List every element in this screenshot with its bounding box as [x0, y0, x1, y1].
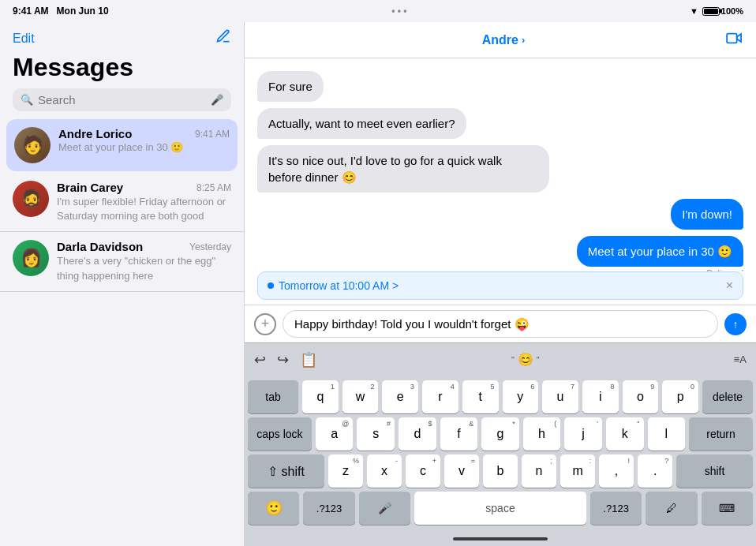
scheduled-label[interactable]: Tomorrow at 10:00 AM > — [268, 279, 399, 292]
conv-name-brain: Brain Carey — [57, 181, 123, 194]
shift-left-key[interactable]: ⇧ shift — [248, 454, 324, 488]
key-a[interactable]: a@ — [316, 417, 354, 451]
search-icon: 🔍 — [21, 94, 33, 106]
wifi-icon: ▼ — [690, 6, 698, 16]
message-meet-place: Meet at your place in 30 🙂 — [577, 236, 743, 267]
paste-icon[interactable]: 📋 — [300, 351, 317, 368]
hide-keyboard-key[interactable]: ⌨ — [702, 492, 753, 525]
shift-right-key[interactable]: shift — [676, 454, 753, 488]
caps-lock-key[interactable]: caps lock — [248, 417, 312, 451]
conv-info-brain: Brain Carey 8:25 AM I'm super flexible! … — [57, 181, 231, 223]
input-area: + ↑ — [245, 305, 756, 342]
plus-icon: + — [261, 316, 270, 332]
date-display: Mon Jun 10 — [57, 6, 109, 17]
undo-icon[interactable]: ↩ — [254, 351, 266, 368]
svg-rect-0 — [727, 34, 737, 43]
conv-time-brain: 8:25 AM — [196, 182, 231, 193]
key-e[interactable]: e3 — [382, 380, 418, 413]
contact-name: Andre — [482, 33, 518, 47]
conv-preview-darla: There's a very "chicken or the egg" thin… — [57, 254, 231, 282]
search-bar[interactable]: 🔍 🎤 — [13, 88, 231, 111]
key-s[interactable]: s# — [357, 417, 395, 451]
message-nice-out: It's so nice out, I'd love to go for a q… — [257, 145, 549, 193]
key-i[interactable]: i8 — [582, 380, 619, 413]
status-time: 9:41 AM Mon Jun 10 — [13, 6, 109, 17]
scheduled-close-button[interactable]: × — [726, 279, 733, 293]
redo-icon[interactable]: ↪ — [277, 351, 289, 368]
key-n[interactable]: n; — [522, 454, 556, 488]
key-o[interactable]: o9 — [623, 380, 659, 413]
compose-button[interactable] — [215, 28, 231, 48]
key-d[interactable]: d$ — [399, 417, 436, 451]
key-c[interactable]: c+ — [406, 454, 440, 488]
key-z[interactable]: z% — [328, 454, 363, 488]
keyboard-row-4: 🙂 .?123 🎤 space .?123 🖊 ⌨ — [248, 492, 753, 525]
add-attachment-button[interactable]: + — [254, 313, 276, 335]
key-g[interactable]: g* — [481, 417, 519, 451]
return-key[interactable]: return — [689, 417, 753, 451]
key-m[interactable]: m: — [560, 454, 595, 488]
conv-time-andre: 9:41 AM — [195, 129, 230, 140]
space-key[interactable]: space — [414, 492, 586, 525]
conv-preview-brain: I'm super flexible! Friday afternoon or … — [57, 195, 231, 223]
status-bar: 9:41 AM Mon Jun 10 • • • ▼ 100% — [0, 0, 756, 22]
status-right: ▼ 100% — [690, 6, 743, 16]
sidebar: Edit Messages 🔍 🎤 🧑 Andre — [0, 22, 245, 546]
key-k[interactable]: k" — [606, 417, 644, 451]
toolbar-left-icons: ↩ ↪ 📋 — [254, 351, 317, 368]
key-period[interactable]: .? — [638, 454, 672, 488]
search-input[interactable] — [38, 93, 206, 107]
message-sent-place: Meet at your place in 30 🙂 Delivered — [257, 236, 743, 271]
emoji-toolbar-icon[interactable]: 😊 — [518, 352, 533, 367]
send-arrow-icon: ↑ — [733, 318, 739, 331]
key-y[interactable]: y6 — [503, 380, 539, 413]
key-r[interactable]: r4 — [422, 380, 458, 413]
app-container: Edit Messages 🔍 🎤 🧑 Andre — [0, 22, 756, 546]
avatar-andre: 🧑 — [14, 127, 51, 163]
emoji-key[interactable]: 🙂 — [248, 492, 299, 525]
chevron-right-icon: › — [522, 34, 525, 46]
key-h[interactable]: h( — [523, 417, 561, 451]
mic-keyboard-key[interactable]: 🎤 — [359, 492, 410, 525]
tab-key[interactable]: tab — [248, 380, 298, 413]
edit-button[interactable]: Edit — [13, 32, 35, 46]
message-for-sure: For sure — [257, 71, 324, 102]
message-input[interactable] — [283, 310, 718, 338]
key-p[interactable]: p0 — [662, 380, 698, 413]
messages-area: For sure Actually, want to meet even ear… — [245, 58, 756, 271]
text-size-icon[interactable]: ≡A — [734, 353, 747, 365]
numeric-right-key[interactable]: .?123 — [590, 492, 642, 525]
message-sent-down: I'm down! — [257, 199, 743, 230]
conversation-item-andre[interactable]: 🧑 Andre Lorico 9:41 AM Meet at your plac… — [6, 119, 238, 171]
key-q[interactable]: q1 — [302, 380, 339, 413]
key-j[interactable]: j' — [564, 417, 602, 451]
key-f[interactable]: f& — [440, 417, 478, 451]
chat-header-contact[interactable]: Andre › — [482, 33, 526, 47]
chat-area: Andre › For sure Actually, want to meet … — [245, 22, 756, 546]
key-l[interactable]: l — [648, 417, 686, 451]
delete-key[interactable]: delete — [702, 380, 753, 413]
conv-time-darla: Yesterday — [189, 241, 231, 252]
key-comma[interactable]: ,! — [599, 454, 634, 488]
numeric-left-key[interactable]: .?123 — [303, 492, 354, 525]
key-x[interactable]: x- — [367, 454, 402, 488]
keyboard-toolbar: ↩ ↪ 📋 " 😊 " ≡A — [245, 342, 756, 376]
key-w[interactable]: w2 — [342, 380, 379, 413]
key-v[interactable]: v= — [444, 454, 479, 488]
video-call-button[interactable] — [726, 31, 743, 49]
keyboard-row-3: ⇧ shift z% x- c+ v= b n; m: ,! .? shift — [248, 454, 753, 488]
key-u[interactable]: u7 — [542, 380, 578, 413]
battery-fill — [704, 9, 718, 14]
conversation-item-brain[interactable]: 🧔 Brain Carey 8:25 AM I'm super flexible… — [0, 173, 244, 232]
key-t[interactable]: t5 — [462, 380, 499, 413]
battery-bar — [702, 7, 720, 16]
sidebar-header: Edit — [0, 22, 244, 51]
key-b[interactable]: b — [483, 454, 518, 488]
message-im-down: I'm down! — [671, 199, 743, 230]
conversation-item-darla[interactable]: 👩 Darla Davidson Yesterday There's a ver… — [0, 232, 244, 291]
mic-icon: 🎤 — [211, 94, 223, 106]
send-button[interactable]: ↑ — [724, 313, 747, 335]
battery-percent: 100% — [721, 6, 743, 16]
scribble-key[interactable]: 🖊 — [646, 492, 697, 525]
keyboard-row-2: caps lock a@ s# d$ f& g* h( j' k" l retu… — [248, 417, 753, 451]
